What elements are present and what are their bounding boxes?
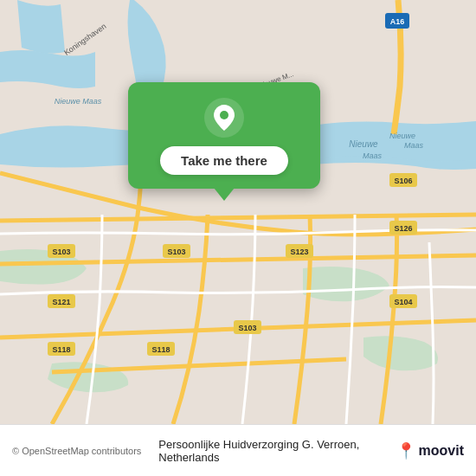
moovit-logo: 📍 moovit [396,441,464,460]
map-container: A16 S103 S103 S103 S120 S121 S118 S118 S… [0,0,476,424]
svg-text:S103: S103 [238,324,256,332]
moovit-pin-icon: 📍 [396,441,415,460]
svg-text:S121: S121 [52,298,70,306]
popup-card[interactable]: Take me there [128,82,320,189]
svg-text:Nieuwe: Nieuwe [389,132,415,140]
svg-text:S118: S118 [52,345,70,354]
moovit-brand-text: moovit [419,443,464,459]
svg-text:S126: S126 [394,224,412,233]
svg-text:S123: S123 [290,248,308,256]
svg-text:S103: S103 [52,248,70,256]
take-me-there-button[interactable]: Take me there [160,146,288,175]
footer-bar: © OpenStreetMap contributors Persoonlijk… [0,424,476,476]
location-pin-icon [204,98,244,138]
svg-text:S106: S106 [394,177,412,185]
copyright-text: © OpenStreetMap contributors [12,446,141,456]
svg-point-41 [220,111,228,119]
svg-text:A16: A16 [390,17,405,26]
svg-text:Nieuwe Maas: Nieuwe Maas [55,97,102,106]
svg-text:Maas: Maas [404,141,424,150]
svg-text:S103: S103 [167,248,185,256]
svg-text:Nieuwe: Nieuwe [349,139,378,149]
svg-text:S104: S104 [394,298,412,306]
svg-text:S118: S118 [151,345,170,354]
svg-text:Maas: Maas [363,151,383,160]
location-name: Persoonlijke Huidverzorging G. Verroen, … [158,438,390,464]
